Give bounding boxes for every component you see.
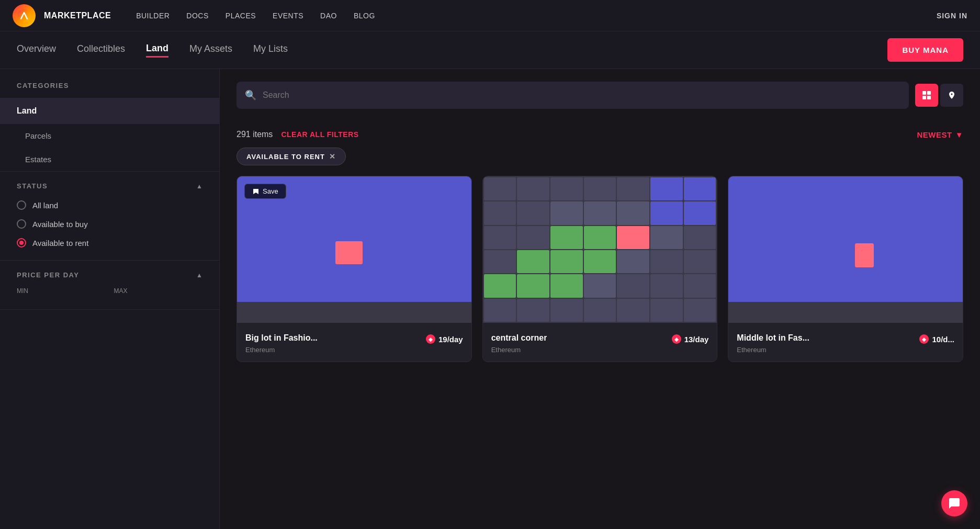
- radio-label-buy: Available to buy: [32, 220, 88, 229]
- land-card-1[interactable]: central corner ◈ 13/day Ethereum: [482, 176, 718, 362]
- map-cell: [684, 226, 716, 249]
- map-cell: [584, 274, 616, 297]
- status-header[interactable]: STATUS ▲: [17, 182, 202, 190]
- card-footer-row-0: Big lot in Fashio... ◈ 19/day: [245, 333, 463, 345]
- nav-dao[interactable]: DAO: [320, 12, 337, 20]
- tab-overview[interactable]: Overview: [17, 43, 56, 57]
- map-cell: [517, 201, 549, 224]
- sort-chevron-icon: ▼: [955, 130, 963, 139]
- filter-tag-rent[interactable]: AVAILABLE TO RENT ✕: [236, 148, 346, 165]
- price-min-wrap: MIN: [17, 287, 106, 297]
- view-toggle: [915, 84, 963, 107]
- filter-tag-label: AVAILABLE TO RENT: [246, 153, 325, 161]
- price-inputs: MIN MAX: [17, 287, 202, 297]
- map-cell: [684, 274, 716, 297]
- card-footer-1: central corner ◈ 13/day Ethereum: [483, 323, 717, 362]
- land-card-0[interactable]: Save Big lot in Fashio... ◈ 19/day Ether…: [236, 176, 472, 362]
- card-title-1: central corner: [491, 333, 547, 343]
- price-label: PRICE PER DAY: [17, 271, 79, 279]
- status-section: STATUS ▲ All land Available to buy Avail…: [0, 172, 219, 261]
- price-chevron-icon: ▲: [196, 272, 202, 279]
- map-cell: [617, 177, 649, 200]
- svg-rect-1: [922, 91, 926, 95]
- map-cell: [484, 226, 516, 249]
- buy-mana-button[interactable]: BUY MANA: [887, 38, 963, 62]
- chat-button[interactable]: [941, 490, 967, 516]
- map-cell: [484, 299, 516, 322]
- map-cell: [684, 250, 716, 273]
- sidebar-item-land[interactable]: Land: [0, 98, 219, 124]
- map-cell: [584, 201, 616, 224]
- sidebar: CATEGORIES Land Parcels Estates STATUS ▲…: [0, 69, 220, 529]
- search-icon: 🔍: [245, 89, 256, 101]
- radio-circle-all: [17, 200, 26, 210]
- card-title-0: Big lot in Fashio...: [245, 333, 318, 343]
- brand-link[interactable]: MARKETPLACE: [44, 11, 111, 20]
- nav-builder[interactable]: BUILDER: [136, 12, 170, 20]
- map-cell: [517, 177, 549, 200]
- map-strip-0: [237, 302, 471, 323]
- status-label: STATUS: [17, 182, 48, 190]
- map-cell: [517, 299, 549, 322]
- map-cell: [617, 299, 649, 322]
- sign-in-button[interactable]: SIGN IN: [937, 12, 967, 20]
- logo-icon[interactable]: [13, 4, 36, 27]
- map-cell: [484, 177, 516, 200]
- save-button-0[interactable]: Save: [244, 184, 286, 199]
- card-chain-0: Ethereum: [245, 346, 275, 354]
- map-cell: [584, 250, 616, 273]
- map-cell: [550, 299, 583, 322]
- search-input[interactable]: [263, 91, 900, 100]
- tab-collectibles[interactable]: Collectibles: [77, 43, 125, 57]
- card-price-1: ◈ 13/day: [672, 334, 709, 344]
- map-view-button[interactable]: [940, 84, 963, 107]
- map-cell: [550, 226, 583, 249]
- card-image-0: Save: [237, 176, 471, 323]
- card-image-2: [728, 176, 963, 323]
- mana-icon-0: ◈: [426, 334, 435, 344]
- filter-tag-close-icon[interactable]: ✕: [329, 152, 336, 161]
- map-cell: [650, 226, 683, 249]
- card-footer-0: Big lot in Fashio... ◈ 19/day Ethereum: [237, 323, 471, 362]
- radio-available-buy[interactable]: Available to buy: [17, 219, 202, 229]
- nav-links: MARKETPLACE BUILDER DOCS PLACES EVENTS D…: [44, 11, 937, 20]
- tab-land[interactable]: Land: [146, 43, 168, 58]
- tab-my-assets[interactable]: My Assets: [189, 43, 232, 57]
- chevron-up-icon: ▲: [196, 183, 202, 190]
- save-label-0: Save: [263, 187, 278, 195]
- land-card-2[interactable]: Middle lot in Fas... ◈ 10/d... Ethereum: [728, 176, 963, 362]
- price-max-wrap: MAX: [114, 287, 203, 297]
- map-cell: [484, 201, 516, 224]
- nav-places[interactable]: PLACES: [226, 12, 256, 20]
- nav-blog[interactable]: BLOG: [354, 12, 375, 20]
- main-content: 🔍: [220, 69, 980, 529]
- radio-all-land[interactable]: All land: [17, 200, 202, 210]
- tab-my-lists[interactable]: My Lists: [253, 43, 288, 57]
- card-price-value-0: 19/day: [438, 335, 463, 344]
- sort-button[interactable]: NEWEST ▼: [917, 130, 963, 139]
- map-cell: [684, 177, 716, 200]
- radio-label-rent: Available to rent: [32, 239, 88, 247]
- card-image-1: [483, 176, 717, 323]
- map-cell: [617, 250, 649, 273]
- radio-available-rent[interactable]: Available to rent: [17, 238, 202, 247]
- main-layout: CATEGORIES Land Parcels Estates STATUS ▲…: [0, 69, 980, 529]
- card-chain-2: Ethereum: [737, 346, 766, 354]
- price-min-label: MIN: [17, 287, 106, 295]
- mana-icon-2: ◈: [919, 334, 929, 344]
- nav-events[interactable]: EVENTS: [273, 12, 303, 20]
- price-max-label: MAX: [114, 287, 203, 295]
- clear-filters-button[interactable]: CLEAR ALL FILTERS: [281, 130, 358, 139]
- svg-point-0: [17, 9, 31, 22]
- radio-circle-rent: [17, 238, 26, 247]
- map-cell: [550, 177, 583, 200]
- svg-rect-4: [927, 96, 931, 99]
- nav-docs[interactable]: DOCS: [186, 12, 208, 20]
- categories-section: CATEGORIES Land Parcels Estates: [0, 69, 219, 172]
- map-cell: [617, 274, 649, 297]
- map-cell: [584, 299, 616, 322]
- sidebar-item-parcels[interactable]: Parcels: [0, 124, 219, 148]
- sidebar-item-estates[interactable]: Estates: [0, 148, 219, 171]
- grid-view-button[interactable]: [915, 84, 938, 107]
- card-price-0: ◈ 19/day: [426, 334, 463, 344]
